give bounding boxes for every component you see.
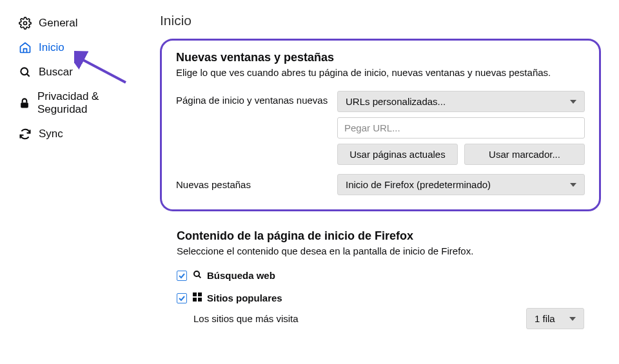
- top-sites-row: Sitios populares: [177, 292, 584, 304]
- homepage-buttons: Usar páginas actuales Usar marcador...: [337, 144, 585, 165]
- new-windows-tabs-section: Nuevas ventanas y pestañas Elige lo que …: [160, 39, 601, 211]
- web-search-checkbox[interactable]: [177, 271, 187, 281]
- home-content-section: Contenido de la página de inicio de Fire…: [160, 229, 601, 329]
- sidebar-item-label: General: [39, 17, 77, 30]
- top-sites-label: Sitios populares: [192, 292, 282, 304]
- newtab-row: Nuevas pestañas Inicio de Firefox (prede…: [176, 174, 585, 195]
- search-icon: [18, 66, 32, 79]
- svg-line-2: [27, 74, 30, 77]
- newtab-select[interactable]: Inicio de Firefox (predeterminado): [337, 174, 585, 195]
- top-sites-rows-select[interactable]: 1 fila: [526, 308, 584, 329]
- homepage-controls: URLs personalizadas... Usar páginas actu…: [337, 91, 585, 165]
- sidebar-item-buscar[interactable]: Buscar: [18, 62, 134, 86]
- svg-point-0: [24, 22, 27, 25]
- section-title: Contenido de la página de inicio de Fire…: [177, 229, 584, 243]
- svg-point-4: [194, 271, 199, 276]
- use-current-pages-button[interactable]: Usar páginas actuales: [337, 144, 458, 165]
- grid-icon: [192, 292, 202, 304]
- sync-icon: [18, 128, 32, 140]
- svg-rect-9: [198, 298, 202, 302]
- sidebar-item-privacidad[interactable]: Privacidad & Seguridad: [18, 86, 134, 124]
- check-label-text: Búsqueda web: [207, 270, 275, 281]
- gear-icon: [18, 17, 32, 30]
- homepage-select[interactable]: URLs personalizadas...: [337, 91, 585, 112]
- svg-rect-8: [193, 298, 197, 302]
- select-value: URLs personalizadas...: [346, 96, 446, 107]
- chevron-down-icon: [570, 100, 576, 104]
- sidebar-item-label: Privacidad & Seguridad: [37, 90, 134, 116]
- section-desc: Elige lo que ves cuando abres tu página …: [176, 67, 585, 78]
- svg-rect-6: [193, 292, 197, 296]
- search-icon: [192, 269, 202, 282]
- top-sites-sub-row: Los sitios que más visita 1 fila: [193, 308, 584, 329]
- select-value: 1 fila: [535, 313, 555, 324]
- homepage-label: Página de inicio y ventanas nuevas: [176, 91, 337, 106]
- sidebar-item-inicio[interactable]: Inicio: [18, 37, 134, 62]
- sidebar-item-label: Sync: [39, 128, 63, 140]
- newtab-label: Nuevas pestañas: [176, 179, 337, 190]
- sidebar-item-label: Buscar: [39, 66, 73, 79]
- chevron-down-icon: [569, 317, 576, 321]
- check-label-text: Sitios populares: [207, 292, 282, 303]
- sidebar-item-label: Inicio: [39, 41, 64, 54]
- lock-icon: [18, 97, 31, 110]
- sidebar-item-sync[interactable]: Sync: [18, 124, 134, 148]
- web-search-label: Búsqueda web: [192, 269, 275, 282]
- home-icon: [18, 41, 32, 54]
- top-sites-checkbox[interactable]: [177, 293, 187, 303]
- web-search-row: Búsqueda web: [177, 269, 584, 282]
- select-value: Inicio de Firefox (predeterminado): [346, 179, 491, 190]
- sidebar: General Inicio Buscar: [18, 13, 134, 329]
- main-content: Inicio Nuevas ventanas y pestañas Elige …: [134, 13, 601, 329]
- section-desc: Seleccione el contenido que desea en la …: [177, 245, 584, 256]
- svg-point-1: [21, 68, 28, 75]
- top-sites-desc: Los sitios que más visita: [193, 313, 299, 324]
- use-bookmark-button[interactable]: Usar marcador...: [464, 144, 585, 165]
- chevron-down-icon: [570, 183, 576, 187]
- svg-rect-3: [21, 102, 28, 108]
- page-title: Inicio: [160, 13, 601, 28]
- svg-rect-7: [198, 292, 202, 296]
- homepage-url-input[interactable]: [337, 117, 585, 139]
- section-title: Nuevas ventanas y pestañas: [176, 51, 585, 64]
- svg-line-5: [199, 276, 201, 278]
- sidebar-item-general[interactable]: General: [18, 13, 134, 37]
- homepage-row: Página de inicio y ventanas nuevas URLs …: [176, 91, 585, 165]
